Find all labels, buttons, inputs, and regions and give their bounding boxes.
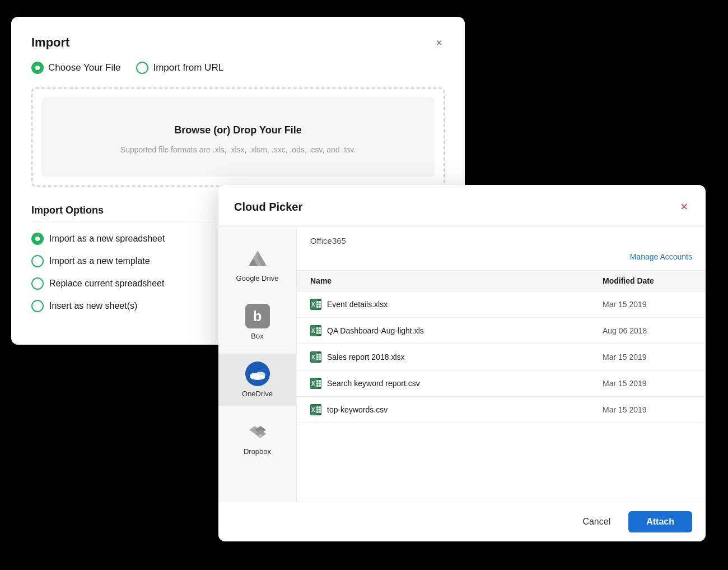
- new-template-radio[interactable]: [31, 255, 44, 267]
- import-dialog-title: Import: [31, 35, 69, 50]
- onedrive-icon: [245, 362, 270, 386]
- file-date: Mar 15 2019: [603, 300, 692, 309]
- choose-file-radio[interactable]: [31, 62, 44, 74]
- file-name: QA Dashboard-Aug-light.xls: [327, 326, 603, 335]
- file-icon: X: [310, 325, 321, 336]
- file-list: X Event details.xlsxMar 15 2019 X QA Das…: [297, 291, 706, 502]
- file-row[interactable]: X Sales report 2018.xlsxMar 15 2019: [297, 344, 706, 370]
- svg-text:X: X: [311, 407, 315, 413]
- replace-radio[interactable]: [31, 277, 44, 290]
- file-name: Event details.xlsx: [327, 300, 603, 309]
- file-row[interactable]: X Event details.xlsxMar 15 2019: [297, 291, 706, 318]
- box-icon: b: [245, 304, 270, 328]
- drop-zone-subtitle: Supported file formats are .xls, .xlsx, …: [53, 145, 423, 154]
- cloud-picker-header: Cloud Picker ×: [218, 185, 706, 227]
- insert-sheet-radio[interactable]: [31, 300, 44, 312]
- import-dialog-header: Import ×: [31, 35, 445, 50]
- file-row[interactable]: X Search keyword report.csvMar 15 2019: [297, 370, 706, 397]
- svg-text:X: X: [311, 381, 315, 387]
- cloud-picker-title: Cloud Picker: [234, 201, 302, 214]
- svg-text:X: X: [311, 354, 315, 360]
- new-template-label: Import as a new template: [49, 256, 150, 266]
- file-icon: X: [310, 378, 321, 389]
- file-date: Mar 15 2019: [603, 353, 692, 362]
- cloud-sidebar: Google Drive b Box OneDrive: [218, 227, 297, 502]
- import-close-button[interactable]: ×: [433, 35, 445, 50]
- cloud-picker-footer: Cancel Attach: [218, 502, 706, 541]
- replace-label: Replace current spreadsheet: [49, 279, 164, 289]
- sidebar-item-box[interactable]: b Box: [218, 296, 296, 348]
- insert-sheet-label: Insert as new sheet(s): [49, 301, 137, 311]
- svg-text:X: X: [311, 302, 315, 308]
- attach-button[interactable]: Attach: [628, 511, 692, 532]
- import-url-radio[interactable]: [136, 62, 148, 74]
- dropbox-label: Dropbox: [244, 447, 271, 456]
- file-name: top-keywords.csv: [327, 405, 603, 414]
- onedrive-label: OneDrive: [242, 390, 273, 398]
- file-icon: X: [310, 404, 321, 415]
- cloud-main-header: Office365 Manage Accounts: [297, 227, 706, 271]
- file-date: Mar 15 2019: [603, 379, 692, 388]
- file-table-header: Name Modified Date: [297, 271, 706, 291]
- file-icon: X: [310, 299, 321, 310]
- import-tab-row: Choose Your File Import from URL: [31, 62, 445, 74]
- file-date: Aug 06 2018: [603, 326, 692, 335]
- cancel-button[interactable]: Cancel: [573, 512, 619, 531]
- drop-zone[interactable]: Browse (or) Drop Your File Supported fil…: [31, 87, 445, 187]
- drop-zone-title: Browse (or) Drop Your File: [53, 124, 423, 136]
- google-drive-icon: [245, 246, 270, 271]
- file-date: Mar 15 2019: [603, 405, 692, 414]
- import-url-tab[interactable]: Import from URL: [136, 62, 223, 74]
- manage-accounts-link[interactable]: Manage Accounts: [310, 250, 692, 266]
- cloud-service-name: Office365: [310, 236, 692, 245]
- drop-zone-inner: Browse (or) Drop Your File Supported fil…: [41, 98, 435, 177]
- sidebar-item-onedrive[interactable]: OneDrive: [218, 354, 296, 406]
- file-name: Search keyword report.csv: [327, 379, 603, 388]
- box-label: Box: [251, 332, 263, 340]
- file-name: Sales report 2018.xlsx: [327, 353, 603, 362]
- svg-text:X: X: [311, 328, 315, 334]
- file-icon: X: [310, 351, 321, 363]
- sidebar-item-google-drive[interactable]: Google Drive: [218, 238, 296, 290]
- new-spreadsheet-radio[interactable]: [31, 233, 44, 245]
- col-name-header: Name: [310, 276, 603, 285]
- file-row[interactable]: X QA Dashboard-Aug-light.xlsAug 06 2018: [297, 318, 706, 344]
- cloud-picker-body: Google Drive b Box OneDrive: [218, 227, 706, 502]
- col-date-header: Modified Date: [603, 276, 692, 285]
- file-row[interactable]: X top-keywords.csvMar 15 2019: [297, 397, 706, 423]
- svg-point-5: [250, 374, 265, 380]
- cloud-main: Office365 Manage Accounts Name Modified …: [297, 227, 706, 502]
- choose-file-label: Choose Your File: [48, 62, 120, 73]
- cloud-picker-dialog: Cloud Picker × Google Drive b Box: [218, 185, 706, 541]
- choose-file-tab[interactable]: Choose Your File: [31, 62, 120, 74]
- cloud-picker-close-button[interactable]: ×: [678, 198, 690, 215]
- import-url-label: Import from URL: [153, 62, 223, 73]
- google-drive-label: Google Drive: [236, 274, 279, 282]
- new-spreadsheet-label: Import as a new spreadsheet: [49, 234, 165, 244]
- sidebar-item-dropbox[interactable]: Dropbox: [218, 411, 296, 464]
- dropbox-icon: [245, 419, 270, 444]
